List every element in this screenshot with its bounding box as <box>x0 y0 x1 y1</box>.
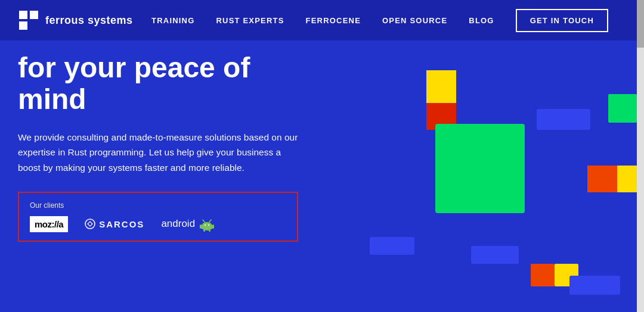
svg-point-7 <box>208 224 209 226</box>
svg-rect-11 <box>209 229 210 232</box>
nav-training[interactable]: TRAINING <box>151 16 194 25</box>
brand-name: ferrous systems <box>45 14 133 27</box>
shape-blue-rect3 <box>471 246 519 264</box>
shape-yellow-top <box>426 70 456 103</box>
svg-line-9 <box>209 220 211 222</box>
svg-rect-2 <box>19 21 27 30</box>
svg-rect-10 <box>203 229 205 232</box>
svg-rect-5 <box>202 224 212 229</box>
left-content: for your peace of mind We provide consul… <box>18 40 322 242</box>
svg-line-8 <box>203 220 205 222</box>
sarcos-icon <box>85 219 95 229</box>
nav-blog[interactable]: BLOG <box>469 16 494 25</box>
shape-blue-rect4 <box>569 276 620 295</box>
svg-rect-1 <box>30 11 38 19</box>
shape-orange-bottom <box>531 264 555 286</box>
decorative-shapes <box>334 40 644 312</box>
android-icon <box>199 216 215 232</box>
mozilla-text: moz://a <box>35 219 63 229</box>
svg-point-3 <box>85 219 95 229</box>
sarcos-logo: SARCOS <box>85 219 144 229</box>
get-in-touch-button[interactable]: GET IN TOUCH <box>516 9 608 32</box>
svg-rect-13 <box>212 224 214 229</box>
clients-logos: moz://a SARCOS android <box>30 216 286 232</box>
mozilla-logo: moz://a <box>30 216 68 232</box>
nav-open-source[interactable]: OPEN SOURCE <box>382 16 447 25</box>
svg-point-6 <box>205 224 206 226</box>
android-logo: android <box>161 216 215 232</box>
shape-green-small <box>608 94 637 123</box>
navbar: ferrous systems TRAINING RUST EXPERTS FE… <box>0 0 644 40</box>
clients-box: Our clients moz://a SARCOS android <box>18 192 298 242</box>
scrollbar-thumb[interactable] <box>637 0 644 48</box>
nav-rust-experts[interactable]: RUST EXPERTS <box>216 16 284 25</box>
scrollbar[interactable] <box>637 0 644 312</box>
hero-title: for your peace of mind <box>18 52 322 116</box>
sarcos-text: SARCOS <box>99 219 144 229</box>
logo-icon <box>18 10 39 31</box>
shape-green-large <box>435 124 525 213</box>
nav-links: TRAINING RUST EXPERTS FERROCENE OPEN SOU… <box>151 9 608 32</box>
shape-blue-rect2 <box>370 237 414 255</box>
clients-label: Our clients <box>30 201 286 210</box>
logo-area[interactable]: ferrous systems <box>18 10 133 31</box>
android-text: android <box>161 218 195 230</box>
nav-ferrocene[interactable]: FERROCENE <box>306 16 361 25</box>
shape-orange-right <box>587 166 617 192</box>
svg-rect-0 <box>19 11 27 19</box>
svg-rect-12 <box>200 224 202 229</box>
main-content: for your peace of mind We provide consul… <box>0 40 644 312</box>
shape-blue-rect1 <box>537 109 590 130</box>
hero-description: We provide consulting and made-to-measur… <box>18 130 298 176</box>
